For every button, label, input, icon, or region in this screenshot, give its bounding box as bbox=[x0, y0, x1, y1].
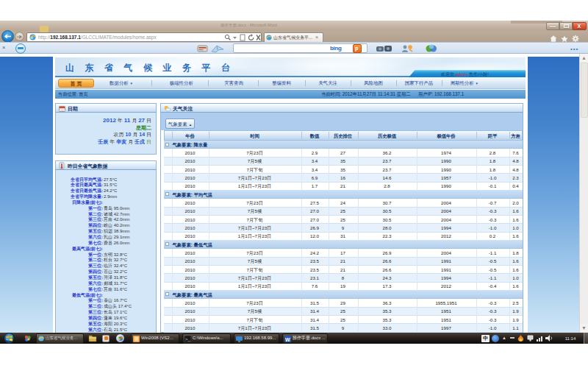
svg-text:e: e bbox=[31, 35, 33, 40]
svg-text:>_: >_ bbox=[185, 337, 191, 342]
svg-text:W: W bbox=[285, 336, 290, 342]
